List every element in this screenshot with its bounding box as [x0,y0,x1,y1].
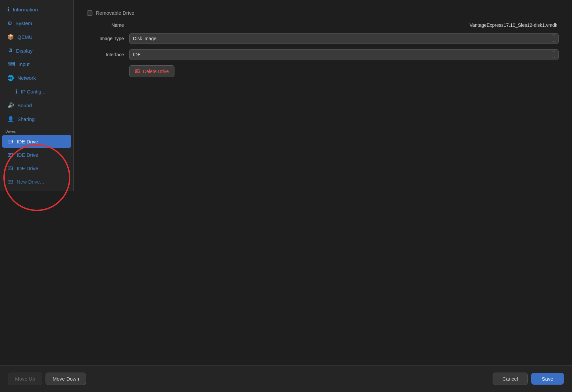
bottom-toolbar: Move Up Move Down Cancel Save [0,365,572,392]
sidebar-item-ide-drive-3[interactable]: IDE Drive [2,162,71,175]
image-type-row: Image Type Disk ImageRaw ImageQCOW2 Imag… [87,33,559,44]
sidebar-new-drive-label: New Drive... [17,179,44,185]
svg-rect-10 [9,168,11,168]
move-up-button[interactable]: Move Up [8,373,42,385]
svg-rect-19 [136,71,138,72]
sharing-icon: 👤 [7,116,14,122]
sidebar-ide-drive-1-label: IDE Drive [17,139,38,144]
input-icon: ⌨ [7,61,15,67]
qemu-icon: 📦 [7,34,14,40]
removable-drive-checkbox[interactable] [87,10,92,16]
ide-drive-1-icon [7,138,13,144]
sidebar-item-qemu[interactable]: 📦 QEMU [2,30,71,44]
sidebar-item-information[interactable]: ℹ Information [2,3,71,16]
svg-point-5 [12,154,13,155]
sidebar-item-information-label: Information [13,7,38,12]
delete-drive-icon [135,68,140,74]
image-type-select[interactable]: Disk ImageRaw ImageQCOW2 Image [129,33,559,44]
cancel-button[interactable]: Cancel [493,373,528,385]
sidebar-item-ipconfig-label: IP Config... [21,89,46,94]
sidebar-item-ide-drive-1[interactable]: IDE Drive [2,135,71,148]
image-type-label: Image Type [87,36,124,41]
svg-point-13 [12,181,13,182]
display-icon: 🖥 [7,48,13,54]
name-label: Name [87,22,124,28]
ide-drive-2-icon [7,152,13,158]
new-drive-icon [7,179,13,185]
sidebar-item-ipconfig[interactable]: ℹ IP Config... [2,85,71,98]
ipconfig-icon: ℹ [15,88,17,95]
removable-drive-label: Removable Drive [96,10,134,16]
sidebar-item-display-label: Display [16,48,32,54]
interface-select-wrapper: IDESATASCSIVirtIO ⌃⌄ [129,49,559,60]
svg-rect-11 [9,169,10,169]
network-icon: 🌐 [7,75,14,81]
svg-point-9 [12,168,13,169]
svg-rect-14 [9,181,11,182]
interface-row: Interface IDESATASCSIVirtIO ⌃⌄ [87,49,559,60]
sidebar-item-new-drive[interactable]: New Drive... [2,175,71,188]
image-type-select-wrapper: Disk ImageRaw ImageQCOW2 Image ⌃⌄ [129,33,559,44]
interface-select[interactable]: IDESATASCSIVirtIO [129,49,559,60]
sidebar-ide-drive-3-label: IDE Drive [17,166,38,171]
svg-point-1 [12,141,13,142]
sidebar-ide-drive-2-label: IDE Drive [17,152,38,158]
system-icon: ⚙ [7,20,12,26]
sidebar-item-display[interactable]: 🖥 Display [2,44,71,57]
sidebar-item-input-label: Input [18,61,29,67]
sidebar-item-sound-label: Sound [17,103,32,108]
sound-icon: 🔊 [7,102,14,109]
sidebar-item-sharing[interactable]: 👤 Sharing [2,113,71,126]
drives-section-label: Drives [0,126,73,135]
sidebar-item-system-label: System [15,20,32,26]
sidebar-item-ide-drive-2[interactable]: IDE Drive [2,148,71,161]
sidebar-item-network[interactable]: 🌐 Network [2,71,71,84]
move-down-button[interactable]: Move Down [46,373,86,385]
sidebar-item-system[interactable]: ⚙ System [2,17,71,30]
svg-rect-2 [9,141,11,141]
svg-rect-6 [9,154,11,155]
svg-rect-15 [9,182,10,182]
sidebar-item-qemu-label: QEMU [17,34,32,40]
sidebar-item-input[interactable]: ⌨ Input [2,58,71,71]
sidebar-item-sharing-label: Sharing [17,116,35,122]
delete-drive-button[interactable]: Delete Drive [129,65,174,77]
main-content: Removable Drive Name VantageExpress17.10… [74,0,572,365]
name-value: VantageExpress17.10_Sles12-disk1.vmdk [129,22,559,28]
ide-drive-3-icon [7,165,13,171]
svg-point-17 [139,71,140,72]
interface-label: Interface [87,52,124,57]
save-button[interactable]: Save [531,373,564,385]
removable-drive-row: Removable Drive [87,10,559,16]
sidebar-item-network-label: Network [17,75,36,81]
name-row: Name VantageExpress17.10_Sles12-disk1.vm… [87,22,559,28]
svg-rect-18 [136,71,138,71]
sidebar-item-sound[interactable]: 🔊 Sound [2,99,71,112]
sidebar: ℹ Information ⚙ System 📦 QEMU 🖥 Display … [0,0,74,191]
delete-drive-label: Delete Drive [143,69,169,74]
svg-rect-7 [9,155,10,155]
svg-rect-3 [9,142,10,142]
information-icon: ℹ [7,6,9,13]
